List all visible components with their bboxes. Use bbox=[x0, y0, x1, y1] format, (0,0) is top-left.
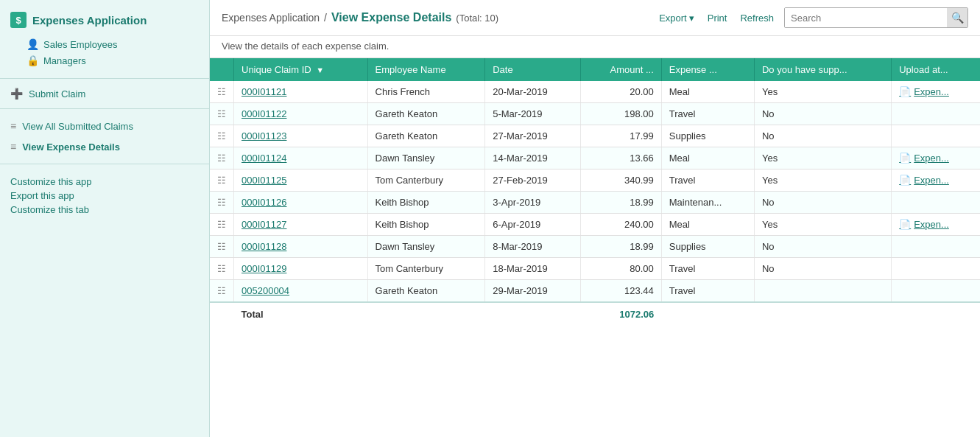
app-title: $ Expenses Application bbox=[0, 0, 209, 35]
sidebar-item-view-all-submitted-claims[interactable]: ≡ View All Submitted Claims bbox=[10, 116, 199, 136]
upload-link[interactable]: 📄Expen... bbox=[899, 153, 973, 164]
table-row: ☷000I01126Keith Bishop3-Apr-201918.99Mai… bbox=[210, 192, 980, 214]
export-app-link[interactable]: Export this app bbox=[10, 190, 199, 201]
submit-claim-label: Submit Claim bbox=[29, 88, 85, 99]
row-date: 8-Mar-2019 bbox=[485, 236, 581, 258]
customize-app-link[interactable]: Customize this app bbox=[10, 176, 199, 187]
table-container: Unique Claim ID ▼ Employee Name Date Amo… bbox=[210, 58, 980, 437]
footer-empty-4 bbox=[754, 302, 891, 326]
row-upload bbox=[892, 236, 980, 258]
row-claim-id[interactable]: 000I01122 bbox=[234, 103, 368, 125]
row-icon: ☷ bbox=[210, 280, 234, 303]
row-date: 18-Mar-2019 bbox=[485, 258, 581, 280]
list-icon-2: ≡ bbox=[10, 141, 16, 153]
refresh-button[interactable]: Refresh bbox=[737, 11, 777, 25]
claim-id-link[interactable]: 000I01121 bbox=[242, 86, 286, 97]
claim-id-link[interactable]: 000I01123 bbox=[242, 130, 286, 141]
row-claim-id[interactable]: 000I01128 bbox=[234, 236, 368, 258]
sidebar-bottom-links: Customize this app Export this app Custo… bbox=[0, 169, 209, 223]
view-expense-details-label: View Expense Details bbox=[22, 141, 120, 153]
row-claim-id[interactable]: 000I01129 bbox=[234, 258, 368, 280]
row-claim-id[interactable]: 000I01124 bbox=[234, 147, 368, 169]
row-amount: 18.99 bbox=[581, 192, 661, 214]
col-icon bbox=[210, 58, 234, 81]
sidebar-item-managers[interactable]: 🔒 Managers bbox=[27, 55, 199, 66]
claim-id-link[interactable]: 005200004 bbox=[242, 285, 289, 296]
row-icon: ☷ bbox=[210, 169, 234, 192]
col-expense-type[interactable]: Expense ... bbox=[661, 58, 754, 81]
row-claim-id[interactable]: 000I01125 bbox=[234, 169, 368, 192]
claim-id-link[interactable]: 000I01125 bbox=[242, 175, 286, 186]
row-upload[interactable]: 📄Expen... bbox=[892, 81, 980, 103]
row-amount: 13.66 bbox=[581, 147, 661, 169]
table-row: ☷000I01123Gareth Keaton27-Mar-201917.99S… bbox=[210, 125, 980, 147]
row-employee-name: Gareth Keaton bbox=[367, 280, 485, 303]
col-claim-id-label: Unique Claim ID bbox=[242, 64, 311, 75]
upload-link[interactable]: 📄Expen... bbox=[899, 86, 973, 97]
table-row: ☷000I01121Chris French20-Mar-201920.00Me… bbox=[210, 81, 980, 103]
row-icon: ☷ bbox=[210, 81, 234, 103]
row-upload[interactable]: 📄Expen... bbox=[892, 214, 980, 236]
row-claim-id[interactable]: 000I01127 bbox=[234, 214, 368, 236]
submit-claim-item[interactable]: ➕ Submit Claim bbox=[0, 83, 209, 104]
claim-id-link[interactable]: 000I01128 bbox=[242, 241, 286, 252]
chevron-down-icon: ▾ bbox=[689, 13, 694, 24]
row-expense-type: Meal bbox=[661, 214, 754, 236]
person-icon: 👤 bbox=[27, 38, 39, 50]
search-box: 🔍 bbox=[784, 7, 968, 28]
lock-icon: 🔒 bbox=[27, 55, 39, 66]
claim-id-link[interactable]: 000I01127 bbox=[242, 219, 286, 230]
col-support[interactable]: Do you have supp... bbox=[754, 58, 891, 81]
row-icon: ☷ bbox=[210, 236, 234, 258]
row-amount: 123.44 bbox=[581, 280, 661, 303]
row-icon: ☷ bbox=[210, 192, 234, 214]
row-expense-type: Travel bbox=[661, 280, 754, 303]
row-amount: 198.00 bbox=[581, 103, 661, 125]
claim-id-link[interactable]: 000I01126 bbox=[242, 197, 286, 208]
col-upload-label: Upload at... bbox=[899, 64, 948, 75]
row-expense-type: Meal bbox=[661, 81, 754, 103]
table-footer: Total 1072.06 bbox=[210, 302, 980, 326]
claim-id-link[interactable]: 000I01129 bbox=[242, 263, 286, 274]
col-employee-name[interactable]: Employee Name bbox=[367, 58, 485, 81]
row-employee-name: Dawn Tansley bbox=[367, 236, 485, 258]
view-all-claims-label: View All Submitted Claims bbox=[22, 121, 133, 132]
row-amount: 18.99 bbox=[581, 236, 661, 258]
sales-employees-label: Sales Employees bbox=[43, 39, 117, 50]
footer-empty-2 bbox=[485, 302, 581, 326]
claim-id-link[interactable]: 000I01124 bbox=[242, 153, 286, 164]
export-button[interactable]: Export ▾ bbox=[656, 11, 697, 25]
upload-link[interactable]: 📄Expen... bbox=[899, 219, 973, 230]
row-amount: 240.00 bbox=[581, 214, 661, 236]
col-upload[interactable]: Upload at... bbox=[892, 58, 980, 81]
sidebar-item-view-expense-details[interactable]: ≡ View Expense Details bbox=[10, 137, 199, 156]
row-expense-type: Meal bbox=[661, 147, 754, 169]
table-row: ☷000I01122Gareth Keaton5-Mar-2019198.00T… bbox=[210, 103, 980, 125]
row-date: 6-Apr-2019 bbox=[485, 214, 581, 236]
row-expense-type: Supplies bbox=[661, 236, 754, 258]
row-upload bbox=[892, 192, 980, 214]
row-claim-id[interactable]: 000I01126 bbox=[234, 192, 368, 214]
claim-id-link[interactable]: 000I01122 bbox=[242, 108, 286, 119]
col-employee-name-label: Employee Name bbox=[376, 64, 446, 75]
col-amount[interactable]: Amount ... bbox=[581, 58, 661, 81]
row-date: 27-Mar-2019 bbox=[485, 125, 581, 147]
col-claim-id[interactable]: Unique Claim ID ▼ bbox=[234, 58, 368, 81]
file-icon: 📄 bbox=[899, 175, 911, 186]
row-claim-id[interactable]: 000I01121 bbox=[234, 81, 368, 103]
footer-empty-5 bbox=[892, 302, 980, 326]
row-icon: ☷ bbox=[210, 103, 234, 125]
search-input[interactable] bbox=[785, 8, 947, 27]
footer-empty-1 bbox=[367, 302, 485, 326]
col-date[interactable]: Date bbox=[485, 58, 581, 81]
customize-tab-link[interactable]: Customize this tab bbox=[10, 204, 199, 215]
sidebar-item-sales-employees[interactable]: 👤 Sales Employees bbox=[27, 38, 199, 50]
row-upload[interactable]: 📄Expen... bbox=[892, 147, 980, 169]
print-button[interactable]: Print bbox=[705, 11, 730, 25]
upload-link[interactable]: 📄Expen... bbox=[899, 175, 973, 186]
row-claim-id[interactable]: 000I01123 bbox=[234, 125, 368, 147]
row-expense-type: Maintenan... bbox=[661, 192, 754, 214]
search-icon-button[interactable]: 🔍 bbox=[947, 7, 967, 28]
row-upload[interactable]: 📄Expen... bbox=[892, 169, 980, 192]
row-claim-id[interactable]: 005200004 bbox=[234, 280, 368, 303]
